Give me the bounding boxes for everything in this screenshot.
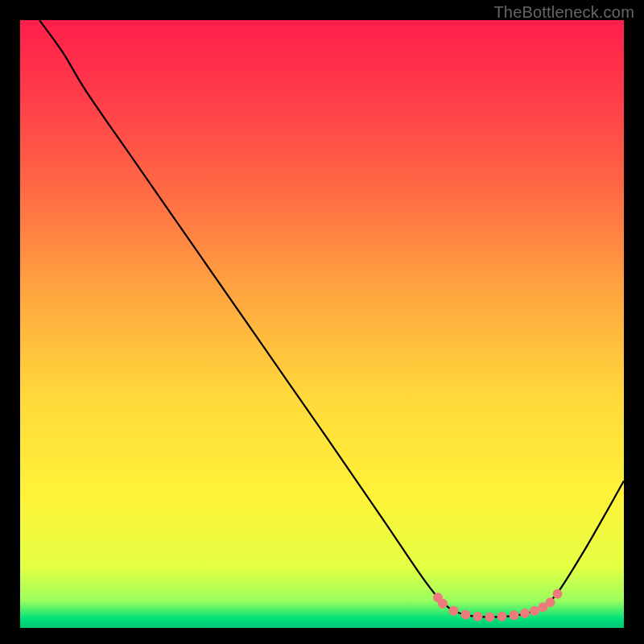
gradient-background xyxy=(20,20,624,628)
curve-marker xyxy=(520,609,530,618)
curve-marker xyxy=(546,597,555,607)
bottleneck-chart xyxy=(20,20,624,628)
curve-marker xyxy=(510,610,519,620)
curve-marker xyxy=(553,589,563,599)
curve-marker xyxy=(497,612,507,621)
curve-marker xyxy=(449,606,459,616)
curve-marker xyxy=(473,612,483,621)
curve-marker xyxy=(438,599,448,609)
attribution-label: TheBottleneck.com xyxy=(493,3,634,22)
chart-plot-area xyxy=(20,20,624,628)
curve-marker xyxy=(530,606,539,616)
chart-stage: TheBottleneck.com xyxy=(0,0,644,644)
curve-marker xyxy=(461,609,471,619)
curve-marker xyxy=(485,612,495,621)
